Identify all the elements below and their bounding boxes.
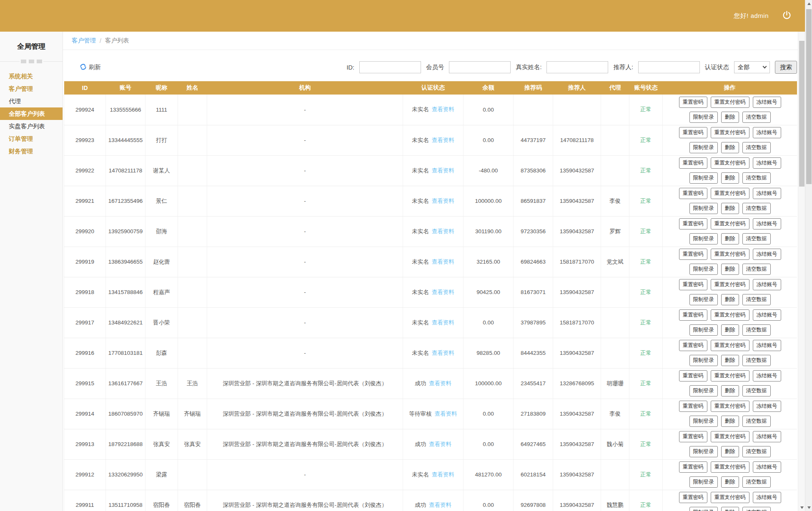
freeze-account-button[interactable]: 冻结账号 [753,461,781,473]
clear-data-button[interactable]: 清空数据 [742,264,771,275]
delete-button[interactable]: 删除 [721,446,739,457]
delete-button[interactable]: 删除 [721,203,739,214]
sidebar-item-real-customers[interactable]: 实盘客户列表 [0,120,63,132]
restrict-login-button[interactable]: 限制登录 [689,507,718,511]
freeze-account-button[interactable]: 冻结账号 [753,249,781,260]
sidebar-item-agent[interactable]: 代理 [0,95,63,107]
reset-pay-password-button[interactable]: 重置支付密码 [711,249,749,260]
restrict-login-button[interactable]: 限制登录 [689,355,718,366]
freeze-account-button[interactable]: 冻结账号 [753,188,781,199]
view-profile-link[interactable]: 查看资料 [435,411,457,417]
view-profile-link[interactable]: 查看资料 [432,259,454,265]
reset-pay-password-button[interactable]: 重置支付密码 [711,340,749,351]
reset-password-button[interactable]: 重置密码 [679,157,707,169]
delete-button[interactable]: 删除 [721,416,739,427]
clear-data-button[interactable]: 清空数据 [742,112,771,123]
restrict-login-button[interactable]: 限制登录 [689,324,718,336]
reset-pay-password-button[interactable]: 重置支付密码 [711,309,749,321]
clear-data-button[interactable]: 清空数据 [742,355,771,366]
clear-data-button[interactable]: 清空数据 [742,476,771,488]
view-profile-link[interactable]: 查看资料 [432,350,454,356]
freeze-account-button[interactable]: 冻结账号 [753,431,781,442]
delete-button[interactable]: 删除 [721,294,739,305]
reset-password-button[interactable]: 重置密码 [679,431,707,442]
freeze-account-button[interactable]: 冻结账号 [753,492,781,503]
delete-button[interactable]: 删除 [721,507,739,511]
scroll-up-icon[interactable] [805,0,812,7]
freeze-account-button[interactable]: 冻结账号 [753,309,781,321]
reset-pay-password-button[interactable]: 重置支付密码 [711,188,749,199]
restrict-login-button[interactable]: 限制登录 [689,112,718,123]
view-profile-link[interactable]: 查看资料 [432,137,454,143]
filter-referrer-input[interactable] [638,61,700,73]
filter-realname-input[interactable] [546,61,608,73]
sidebar-item-finance-mgmt[interactable]: 财务管理 [0,145,63,157]
view-profile-link[interactable]: 查看资料 [429,380,451,386]
clear-data-button[interactable]: 清空数据 [742,385,771,396]
reset-pay-password-button[interactable]: 重置支付密码 [711,157,749,169]
view-profile-link[interactable]: 查看资料 [432,106,454,112]
freeze-account-button[interactable]: 冻结账号 [753,370,781,381]
freeze-account-button[interactable]: 冻结账号 [753,218,781,229]
reset-pay-password-button[interactable]: 重置支付密码 [711,127,749,138]
reset-password-button[interactable]: 重置密码 [679,401,707,412]
view-profile-link[interactable]: 查看资料 [432,228,454,234]
restrict-login-button[interactable]: 限制登录 [689,476,718,488]
delete-button[interactable]: 删除 [721,476,739,488]
view-profile-link[interactable]: 查看资料 [432,471,454,478]
restrict-login-button[interactable]: 限制登录 [689,264,718,275]
freeze-account-button[interactable]: 冻结账号 [753,340,781,351]
reset-pay-password-button[interactable]: 重置支付密码 [711,492,749,503]
logout-button[interactable] [781,10,792,21]
freeze-account-button[interactable]: 冻结账号 [753,157,781,169]
restrict-login-button[interactable]: 限制登录 [689,233,718,244]
freeze-account-button[interactable]: 冻结账号 [753,127,781,138]
reset-password-button[interactable]: 重置密码 [679,249,707,260]
clear-data-button[interactable]: 清空数据 [742,507,771,511]
restrict-login-button[interactable]: 限制登录 [689,385,718,396]
restrict-login-button[interactable]: 限制登录 [689,446,718,457]
reset-pay-password-button[interactable]: 重置支付密码 [711,370,749,381]
view-profile-link[interactable]: 查看资料 [429,502,451,508]
reset-password-button[interactable]: 重置密码 [679,188,707,199]
freeze-account-button[interactable]: 冻结账号 [753,401,781,412]
delete-button[interactable]: 删除 [721,324,739,336]
clear-data-button[interactable]: 清空数据 [742,233,771,244]
clear-data-button[interactable]: 清空数据 [742,172,771,184]
reset-password-button[interactable]: 重置密码 [679,461,707,473]
view-profile-link[interactable]: 查看资料 [429,441,451,447]
delete-button[interactable]: 删除 [721,385,739,396]
freeze-account-button[interactable]: 冻结账号 [753,279,781,290]
scroll-down-icon[interactable] [798,504,805,511]
reset-pay-password-button[interactable]: 重置支付密码 [711,461,749,473]
content-scrollbar-thumb[interactable] [799,41,804,187]
view-profile-link[interactable]: 查看资料 [432,198,454,204]
clear-data-button[interactable]: 清空数据 [742,416,771,427]
filter-id-input[interactable] [359,61,421,73]
clear-data-button[interactable]: 清空数据 [742,446,771,457]
delete-button[interactable]: 删除 [721,172,739,184]
restrict-login-button[interactable]: 限制登录 [689,142,718,153]
sidebar-item-system[interactable]: 系统相关 [0,70,63,82]
freeze-account-button[interactable]: 冻结账号 [753,97,781,108]
sidebar-item-customer-mgmt[interactable]: 客户管理 [0,82,63,95]
content-scrollbar[interactable] [798,32,805,511]
refresh-button[interactable]: 刷新 [80,63,101,72]
view-profile-link[interactable]: 查看资料 [432,319,454,326]
reset-password-button[interactable]: 重置密码 [679,340,707,351]
delete-button[interactable]: 删除 [721,264,739,275]
reset-pay-password-button[interactable]: 重置支付密码 [711,401,749,412]
scroll-down-icon[interactable] [805,504,812,511]
clear-data-button[interactable]: 清空数据 [742,324,771,336]
reset-password-button[interactable]: 重置密码 [679,97,707,108]
clear-data-button[interactable]: 清空数据 [742,294,771,305]
reset-pay-password-button[interactable]: 重置支付密码 [711,431,749,442]
reset-password-button[interactable]: 重置密码 [679,492,707,503]
page-scrollbar[interactable] [805,0,812,511]
sidebar-item-order-mgmt[interactable]: 订单管理 [0,132,63,145]
view-profile-link[interactable]: 查看资料 [432,167,454,174]
breadcrumb-parent-link[interactable]: 客户管理 [72,37,96,45]
delete-button[interactable]: 删除 [721,233,739,244]
delete-button[interactable]: 删除 [721,355,739,366]
reset-password-button[interactable]: 重置密码 [679,218,707,229]
